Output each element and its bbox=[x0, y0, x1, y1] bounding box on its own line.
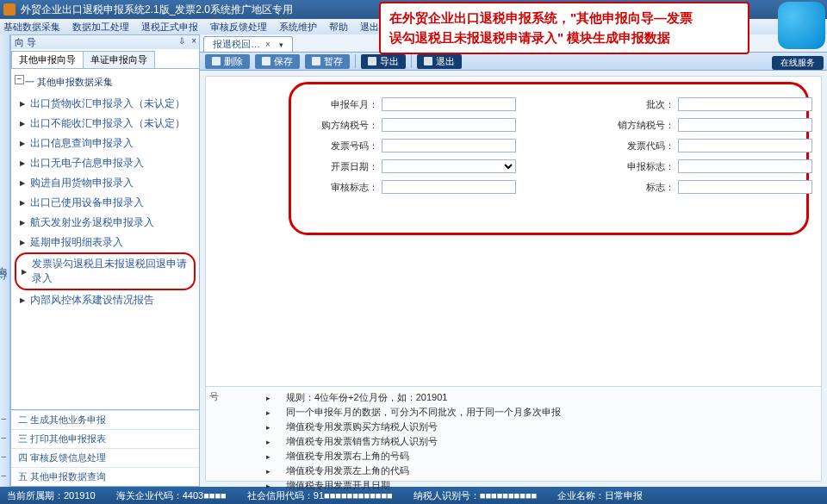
tree-item-4[interactable]: 购进自用货物申报录入 bbox=[15, 173, 196, 193]
tree-item-3[interactable]: 出口无电子信息申报录入 bbox=[15, 153, 196, 173]
input-invoice-code[interactable] bbox=[678, 139, 812, 152]
tree-item-6[interactable]: 航天发射业务退税申报录入 bbox=[15, 213, 196, 233]
lp-bottom-1[interactable]: 三 打印其他申报报表 bbox=[11, 429, 199, 448]
lbl-flag: 标志： bbox=[607, 181, 675, 194]
trash-icon bbox=[212, 57, 221, 65]
input-audit-flag[interactable] bbox=[382, 180, 516, 194]
form-canvas: 申报年月： 购方纳税号： 发票号码： 开票日期： 审核标志： 批次： 销方纳税号… bbox=[205, 76, 822, 482]
toolbar-divider-2 bbox=[411, 54, 412, 68]
rule-1: 同一个申报年月的数据，可分为不同批次，用于同一个月多次申报 bbox=[266, 405, 561, 420]
input-buyer-tax[interactable] bbox=[382, 118, 516, 132]
callout-line-2: 误勾退税且未报退税申请录入" 模块生成申报数据 bbox=[389, 28, 739, 48]
input-declare-flag[interactable] bbox=[678, 159, 812, 173]
exit-icon bbox=[424, 57, 432, 65]
app-icon bbox=[3, 3, 16, 16]
lbl-declflag: 申报标志： bbox=[607, 160, 675, 173]
tab-close-icon[interactable]: × bbox=[265, 40, 270, 49]
tree-group-1[interactable]: 一 其他申报数据采集 bbox=[15, 74, 196, 94]
pin-icon[interactable]: ⇩ bbox=[178, 36, 185, 46]
menu-audit[interactable]: 审核反馈处理 bbox=[210, 21, 267, 34]
rule-0: 规则：4位年份+2位月份，如：201901 bbox=[266, 390, 561, 405]
rule-6: 增值税专用发票开具日期 bbox=[266, 478, 561, 493]
rule-5: 增值税专用发票左上角的代码 bbox=[266, 464, 561, 478]
tree-item-5[interactable]: 出口已使用设备申报录入 bbox=[15, 193, 196, 213]
rule-3: 增值税专用发票销售方纳税人识别号 bbox=[266, 434, 561, 449]
export-icon bbox=[368, 57, 376, 65]
callout-line-1: 在外贸企业出口退税申报系统，"其他申报向导—发票 bbox=[389, 9, 739, 28]
lbl-audit: 审核标志： bbox=[311, 181, 378, 194]
left-panel: 向 导 ⇩ × 其他申报向导 单证申报向导 一 其他申报数据采集 出口货物收汇申… bbox=[10, 34, 200, 487]
input-invoice-no[interactable] bbox=[382, 139, 516, 152]
online-service-badge[interactable]: 在线服务 bbox=[772, 56, 824, 70]
mascot-icon bbox=[778, 2, 825, 49]
input-flag[interactable] bbox=[678, 180, 812, 194]
tree-item-2[interactable]: 出口信息查询申报录入 bbox=[15, 134, 196, 153]
status-period: 当前所属期：201910 bbox=[7, 489, 96, 502]
lp-bottom-3[interactable]: 五 其他申报数据查询 bbox=[11, 467, 199, 486]
document-tab-label: 报退税回… bbox=[213, 38, 260, 51]
close-icon[interactable]: × bbox=[191, 36, 196, 46]
lock-icon bbox=[312, 57, 320, 65]
input-batch[interactable] bbox=[678, 97, 812, 111]
lp-bottom-nav: 二 生成其他业务申报 三 打印其他申报报表 四 审核反馈信息处理 五 其他申报数… bbox=[11, 409, 199, 486]
menu-sys[interactable]: 系统维护 bbox=[279, 21, 317, 34]
toolbar-divider bbox=[355, 54, 356, 68]
toolbar: 删除 保存 暂存 导出 退出 bbox=[200, 52, 827, 71]
lbl-batch: 批次： bbox=[607, 98, 675, 111]
menu-exit[interactable]: 退出 bbox=[360, 21, 379, 34]
instruction-callout: 在外贸企业出口退税申报系统，"其他申报向导—发票 误勾退税且未报退税申请录入" … bbox=[379, 2, 749, 54]
lbl-invno: 发票号码： bbox=[311, 140, 378, 152]
lp-bottom-2[interactable]: 四 审核反馈信息处理 bbox=[11, 448, 199, 467]
app-title: 外贸企业出口退税申报系统2.1版_发票2.0系统推广地区专用 bbox=[21, 3, 293, 17]
input-seller-tax[interactable] bbox=[678, 118, 812, 132]
input-invoice-date[interactable] bbox=[382, 159, 516, 173]
tree-item-7[interactable]: 延期申报明细表录入 bbox=[15, 233, 196, 252]
tree-item-9[interactable]: 内部风控体系建设情况报告 bbox=[15, 290, 196, 310]
rules-col-header: 号 bbox=[209, 390, 219, 403]
save-button[interactable]: 保存 bbox=[255, 54, 300, 69]
menu-declare[interactable]: 退税正式申报 bbox=[141, 21, 198, 34]
stash-button[interactable]: 暂存 bbox=[305, 54, 350, 69]
rule-4: 增值税专用发票右上角的号码 bbox=[266, 449, 561, 464]
menu-base[interactable]: 基础数据采集 bbox=[3, 21, 60, 34]
tree-item-0[interactable]: 出口货物收汇申报录入（未认定） bbox=[15, 94, 196, 114]
lbl-seller: 销方纳税号： bbox=[607, 119, 675, 132]
delete-button[interactable]: 删除 bbox=[205, 54, 250, 69]
menu-help[interactable]: 帮助 bbox=[329, 21, 348, 34]
lp-tab-other[interactable]: 其他申报向导 bbox=[11, 51, 84, 68]
lbl-buyer: 购方纳税号： bbox=[311, 119, 378, 132]
status-name: 企业名称：日常申报 bbox=[557, 489, 643, 502]
lbl-date: 开票日期： bbox=[311, 160, 378, 173]
export-button[interactable]: 导出 bbox=[361, 54, 406, 69]
lbl-period: 申报年月： bbox=[311, 98, 378, 111]
status-customs: 海关企业代码：4403■■■■ bbox=[116, 489, 227, 502]
nav-tree: 一 其他申报数据采集 出口货物收汇申报录入（未认定） 出口不能收汇申报录入（未认… bbox=[11, 69, 199, 409]
tree-item-1[interactable]: 出口不能收汇申报录入（未认定） bbox=[15, 114, 196, 134]
main-area: 报退税回… × 删除 保存 暂存 导出 退出 申报年月： 购方纳税号： 发票号码… bbox=[200, 34, 827, 487]
document-tab[interactable]: 报退税回… × bbox=[203, 36, 293, 52]
rule-2: 增值税专用发票购买方纳税人识别号 bbox=[266, 420, 561, 434]
exit-button[interactable]: 退出 bbox=[417, 54, 462, 69]
input-period[interactable] bbox=[382, 97, 516, 111]
lbl-invcode: 发票代码： bbox=[607, 140, 675, 152]
save-icon bbox=[262, 57, 270, 65]
lp-tab-cert[interactable]: 单证申报向导 bbox=[83, 51, 155, 68]
lp-bottom-0[interactable]: 二 生成其他业务申报 bbox=[11, 410, 199, 429]
menu-process[interactable]: 数据加工处理 bbox=[72, 21, 129, 34]
tree-item-8[interactable]: 发票误勾退税且未报退税回退申请录入 bbox=[16, 254, 194, 289]
left-panel-title: 向 导 bbox=[15, 36, 36, 49]
rules-pane: 号 规则：4位年份+2位月份，如：201901 同一个申报年月的数据，可分为不同… bbox=[206, 386, 821, 481]
